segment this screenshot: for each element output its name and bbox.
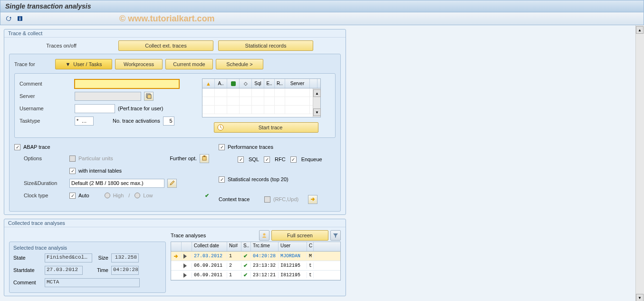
low-radio <box>135 193 140 198</box>
startdate-label: Startdate <box>13 267 42 273</box>
low-label: Low <box>143 193 153 198</box>
internal-tables-label: with internal tables <box>78 168 122 174</box>
tasktype-label: Tasktype <box>19 118 72 124</box>
rfc-upd-checkbox <box>264 196 270 203</box>
mini-grid-body: ▲ ▼ <box>202 88 320 117</box>
col-trc-time[interactable]: Trc.time <box>251 242 279 251</box>
col-collect-date[interactable]: Collect date <box>192 242 227 251</box>
particular-units-checkbox <box>69 155 76 162</box>
stat-top20-checkbox[interactable] <box>219 176 225 183</box>
server-input[interactable] <box>75 92 141 101</box>
collected-title: Collected trace analyses <box>4 219 346 227</box>
col-c[interactable]: C <box>307 242 314 251</box>
ok-check-icon: ✔ <box>205 193 209 199</box>
col-a: A.. <box>215 79 227 88</box>
col-user[interactable]: User <box>279 242 307 251</box>
edit-size-icon[interactable] <box>167 179 177 188</box>
schedule-button[interactable]: Schedule > <box>216 59 263 69</box>
start-trace-label: Start trace <box>228 125 313 130</box>
server-search-icon[interactable] <box>144 92 154 101</box>
high-label: High <box>113 193 124 198</box>
play-icon[interactable] <box>183 273 187 278</box>
trace-for-label: Trace for <box>14 61 52 67</box>
particular-units-label: Particular units <box>78 155 113 161</box>
menu-indicator-icon: ▼ <box>65 61 70 67</box>
username-hint: (Perf.trace for user) <box>118 106 163 111</box>
further-opt-label: Further opt. <box>170 155 197 161</box>
username-input[interactable] <box>75 104 115 113</box>
abap-trace-checkbox[interactable] <box>14 144 20 150</box>
panel-trace-collect: Trace & collect Traces on/off Collect ex… <box>4 29 346 215</box>
info-icon[interactable]: i <box>16 14 24 23</box>
traces-onoff-label: Traces on/off <box>9 43 114 49</box>
table-row[interactable]: 27.03.20121✔04:20:28MJORDANM <box>171 252 340 261</box>
selected-title: Selected trace analysis <box>13 245 162 251</box>
col-status-icon <box>227 79 240 88</box>
stat-top20-label: Statistical records (top 20) <box>228 176 288 182</box>
app-toolbar: i © www.tutorialkart.com <box>0 12 644 25</box>
abap-trace-label: ABAP trace <box>23 144 50 150</box>
scroll-down-icon[interactable]: ▼ <box>313 108 321 116</box>
high-radio <box>105 193 110 198</box>
time-label: Time <box>86 267 108 273</box>
collect-ext-traces-button[interactable]: Collect ext. traces <box>118 40 213 51</box>
col-sql: Sql <box>252 79 264 88</box>
status-ok-icon: ✔ <box>243 253 248 259</box>
status-ok-icon: ✔ <box>243 272 248 278</box>
perf-traces-checkbox[interactable] <box>219 144 225 150</box>
size-value: 132.258 <box>111 253 139 262</box>
size-duration-input[interactable] <box>69 179 164 188</box>
workprocess-button[interactable]: Workprocess <box>115 59 163 69</box>
page-scroll-down-icon[interactable]: ▼ <box>636 294 644 301</box>
size-duration-label: Size&Duration <box>24 180 67 186</box>
full-screen-button[interactable]: Full screen <box>271 230 328 241</box>
start-trace-button[interactable]: Start trace <box>214 122 318 133</box>
statistical-records-button[interactable]: Statistical records <box>218 40 313 51</box>
options-label: Options <box>24 155 67 161</box>
clock-icon <box>217 124 224 131</box>
col-server: Server <box>285 79 310 88</box>
rfc-label: RFC <box>275 156 286 162</box>
no-trace-act-label: No. trace activations <box>113 118 160 124</box>
comment-input[interactable] <box>75 79 179 88</box>
rfc-upd-label: (RFC,Upd) <box>273 196 298 202</box>
enqueue-label: Enqueue <box>301 156 322 162</box>
play-icon[interactable] <box>183 254 187 259</box>
col-no[interactable]: No# <box>227 242 241 251</box>
internal-tables-checkbox[interactable] <box>69 168 76 174</box>
table-row[interactable]: 06.09.20111✔23:12:21I812195t <box>171 271 340 280</box>
col-r: R.. <box>275 79 285 88</box>
context-arrow-icon[interactable] <box>308 195 317 204</box>
user-filter-icon[interactable] <box>259 230 269 241</box>
svg-rect-3 <box>147 95 151 98</box>
no-trace-act-input[interactable] <box>163 117 174 126</box>
comment-value2: MCTA <box>45 278 140 287</box>
page-scroll-up-icon[interactable]: ▲ <box>636 26 644 34</box>
comment-label2: Comment <box>13 280 42 285</box>
panel-collected-traces: Collected trace analyses Trace analyses … <box>4 219 346 296</box>
sql-label: SQL <box>249 156 259 162</box>
mini-grid-header: ▲ A.. ◇ Sql E.. R.. Server <box>202 79 320 88</box>
scroll-up-icon[interactable]: ▲ <box>313 89 321 97</box>
rfc-checkbox[interactable] <box>264 156 270 163</box>
panel-title: Trace & collect <box>4 29 346 38</box>
sql-checkbox[interactable] <box>238 156 244 163</box>
further-opt-icon[interactable] <box>200 154 209 163</box>
table-row[interactable]: 06.09.20112✔23:13:32I812195t <box>171 261 340 271</box>
user-tasks-button[interactable]: ▼ User / Tasks <box>55 59 112 69</box>
col-s[interactable]: S.. <box>241 242 251 251</box>
page-scrollbar[interactable]: ▲ ▼ <box>635 25 644 301</box>
mini-grid-scrollbar[interactable]: ▲ ▼ <box>313 88 320 117</box>
auto-checkbox[interactable] <box>69 193 76 199</box>
auto-label: Auto <box>78 193 89 198</box>
svg-rect-5 <box>202 156 206 160</box>
current-mode-button[interactable]: Current mode <box>165 59 213 69</box>
refresh-icon[interactable] <box>4 14 13 23</box>
filter-icon[interactable] <box>330 230 341 241</box>
watermark: © www.tutorialkart.com <box>119 14 215 24</box>
enqueue-checkbox[interactable] <box>290 156 297 163</box>
tasktype-input[interactable] <box>75 117 94 126</box>
context-trace-label: Context trace <box>219 196 261 202</box>
play-icon[interactable] <box>183 263 187 268</box>
perf-traces-label: Performance traces <box>228 144 273 150</box>
